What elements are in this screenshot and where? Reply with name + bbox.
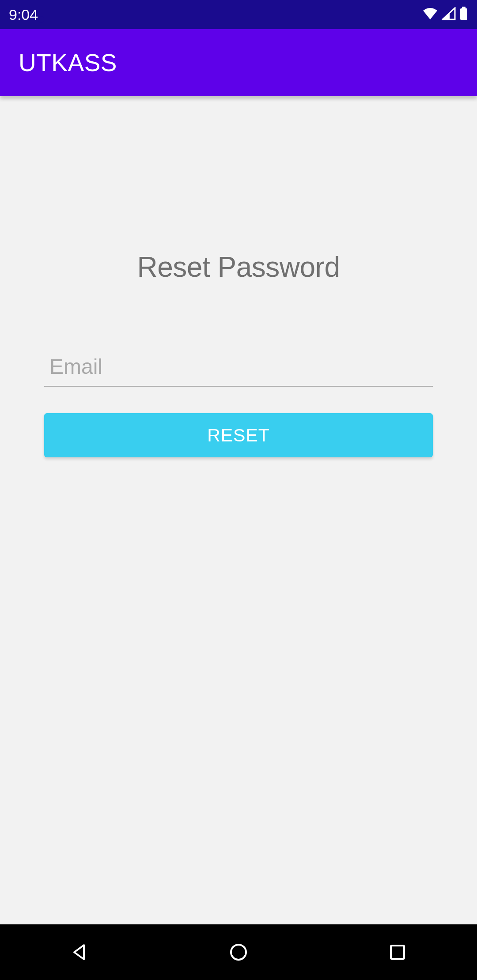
app-title: UTKASS [19, 49, 117, 77]
svg-rect-1 [462, 7, 466, 9]
home-circle-icon [229, 942, 248, 962]
reset-button[interactable]: RESET [44, 413, 433, 457]
main-content: Reset Password RESET [0, 96, 477, 924]
svg-rect-0 [460, 8, 467, 20]
app-bar: UTKASS [0, 29, 477, 96]
nav-back-button[interactable] [40, 924, 119, 980]
nav-home-button[interactable] [199, 924, 278, 980]
wifi-icon [422, 7, 438, 22]
email-field-container [44, 352, 433, 387]
svg-rect-3 [391, 946, 404, 959]
status-right [422, 7, 468, 23]
status-bar: 9:04 [0, 0, 477, 29]
status-time: 9:04 [9, 6, 38, 23]
email-field[interactable] [44, 352, 433, 387]
svg-point-2 [231, 945, 246, 960]
battery-icon [459, 7, 468, 23]
status-left: 9:04 [9, 6, 46, 23]
nav-recent-button[interactable] [358, 924, 437, 980]
cell-signal-icon [442, 7, 456, 22]
back-triangle-icon [70, 942, 89, 962]
page-title: Reset Password [44, 96, 433, 283]
navigation-bar [0, 924, 477, 980]
recent-square-icon [389, 943, 406, 961]
